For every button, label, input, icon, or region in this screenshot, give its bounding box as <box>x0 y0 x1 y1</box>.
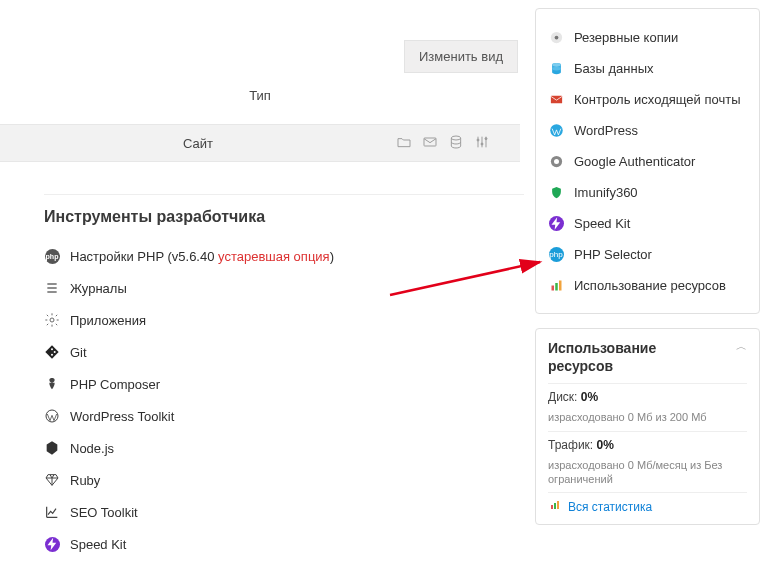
menu-item-label: Google Authenticator <box>574 154 695 169</box>
usage-disk-row: Диск: 0% <box>548 390 747 404</box>
dev-item-label: Журналы <box>70 281 127 296</box>
mail-icon[interactable] <box>422 134 438 153</box>
database-icon[interactable] <box>448 134 464 153</box>
svg-rect-19 <box>551 285 554 290</box>
shield-icon <box>548 184 564 200</box>
menu-item-label: WordPress <box>574 123 638 138</box>
svg-rect-20 <box>555 283 558 291</box>
dev-item-ruby[interactable]: Ruby <box>44 466 524 494</box>
dev-item-label: PHP Composer <box>70 377 160 392</box>
svg-point-4 <box>485 137 487 139</box>
dev-item-applications[interactable]: Приложения <box>44 306 524 334</box>
svg-rect-0 <box>424 138 436 146</box>
php-selector-icon: php <box>548 246 564 262</box>
svg-point-3 <box>481 143 483 145</box>
bars-icon <box>548 277 564 293</box>
menu-item-res-usage[interactable]: Использование ресурсов <box>548 272 747 298</box>
dev-item-speedkit[interactable]: Speed Kit <box>44 530 524 558</box>
menu-item-databases[interactable]: Базы данных <box>548 55 747 81</box>
dev-tools-list: php Настройки PHP (v5.6.40 устаревшая оп… <box>44 238 524 562</box>
dev-item-label: Приложения <box>70 313 146 328</box>
dev-item-nodejs[interactable]: Node.js <box>44 434 524 462</box>
usage-title: Использованиересурсов <box>548 339 656 375</box>
backups-icon <box>548 29 564 45</box>
chevron-up-icon[interactable]: ︿ <box>736 339 747 354</box>
type-column-header: Тип <box>0 88 520 103</box>
svg-point-11 <box>554 35 558 39</box>
svg-point-5 <box>50 318 54 322</box>
php-icon: php <box>44 248 60 264</box>
svg-point-14 <box>552 62 561 66</box>
usage-traffic-row: Трафик: 0% <box>548 438 747 452</box>
svg-rect-22 <box>551 505 553 509</box>
menu-item-speedkit[interactable]: Speed Kit <box>548 210 747 236</box>
svg-point-8 <box>54 351 56 353</box>
wordpress-icon <box>44 408 60 424</box>
usage-traffic-sub: израсходовано 0 Мб/месяц из Без ограниче… <box>548 458 747 487</box>
menu-item-mail-control[interactable]: Контроль исходящей почты <box>548 86 747 112</box>
folder-icon[interactable] <box>396 134 412 153</box>
dev-item-label: Git <box>70 345 87 360</box>
svg-point-18 <box>554 159 559 164</box>
gauth-icon <box>548 153 564 169</box>
dev-item-php-settings[interactable]: php Настройки PHP (v5.6.40 устаревшая оп… <box>44 242 524 270</box>
menu-item-label: Контроль исходящей почты <box>574 92 740 107</box>
all-stats-label: Вся статистика <box>568 500 652 514</box>
composer-icon <box>44 376 60 392</box>
menu-item-php-selector[interactable]: php PHP Selector <box>548 241 747 267</box>
menu-item-wordpress[interactable]: WordPress <box>548 117 747 143</box>
nodejs-icon <box>44 440 60 456</box>
menu-item-backups[interactable]: Резервные копии <box>548 24 747 50</box>
git-icon <box>44 344 60 360</box>
dev-item-label: Настройки PHP (v5.6.40 устаревшая опция) <box>70 249 334 264</box>
gear-icon <box>44 312 60 328</box>
svg-point-1 <box>451 136 460 140</box>
chart-line-icon <box>44 504 60 520</box>
menu-item-label: Speed Kit <box>574 216 630 231</box>
menu-item-label: Imunify360 <box>574 185 638 200</box>
sliders-icon[interactable] <box>474 134 490 153</box>
dev-item-git[interactable]: Git <box>44 338 524 366</box>
ruby-icon <box>44 472 60 488</box>
menu-item-label: Базы данных <box>574 61 654 76</box>
envelope-icon <box>548 91 564 107</box>
list-icon <box>44 280 60 296</box>
dev-item-journals[interactable]: Журналы <box>44 274 524 302</box>
svg-rect-24 <box>557 501 559 509</box>
all-stats-link[interactable]: Вся статистика <box>548 499 747 514</box>
dev-item-wp-toolkit[interactable]: WordPress Toolkit <box>44 402 524 430</box>
menu-item-label: Использование ресурсов <box>574 278 726 293</box>
svg-rect-21 <box>559 280 562 290</box>
divider <box>44 194 524 195</box>
database-icon <box>548 60 564 76</box>
dev-tools-title: Инструменты разработчика <box>44 208 265 226</box>
dev-item-seo-toolkit[interactable]: SEO Toolkit <box>44 498 524 526</box>
dev-item-label: SEO Toolkit <box>70 505 138 520</box>
menu-item-imunify[interactable]: Imunify360 <box>548 179 747 205</box>
menu-item-label: PHP Selector <box>574 247 652 262</box>
right-menu-card: Резервные копии Базы данных Контроль исх… <box>535 8 760 314</box>
site-row: Сайт <box>0 124 520 162</box>
svg-point-2 <box>477 139 479 141</box>
menu-item-label: Резервные копии <box>574 30 678 45</box>
svg-rect-23 <box>554 503 556 509</box>
menu-item-gauth[interactable]: Google Authenticator <box>548 148 747 174</box>
svg-point-13 <box>552 66 561 70</box>
wordpress-icon <box>548 122 564 138</box>
svg-point-7 <box>51 354 53 356</box>
change-view-button[interactable]: Изменить вид <box>404 40 518 73</box>
site-label: Сайт <box>0 136 396 151</box>
usage-card: Использованиересурсов ︿ Диск: 0% израсхо… <box>535 328 760 525</box>
bars-icon <box>548 499 562 514</box>
dev-item-label: WordPress Toolkit <box>70 409 174 424</box>
svg-point-6 <box>51 348 53 350</box>
dev-item-composer[interactable]: PHP Composer <box>44 370 524 398</box>
usage-disk-sub: израсходовано 0 Мб из 200 Мб <box>548 410 747 424</box>
dev-item-label: Node.js <box>70 441 114 456</box>
svg-rect-15 <box>550 95 561 103</box>
dev-item-label: Ruby <box>70 473 100 488</box>
dev-item-label: Speed Kit <box>70 537 126 552</box>
speedkit-icon <box>44 536 60 552</box>
speedkit-icon <box>548 215 564 231</box>
